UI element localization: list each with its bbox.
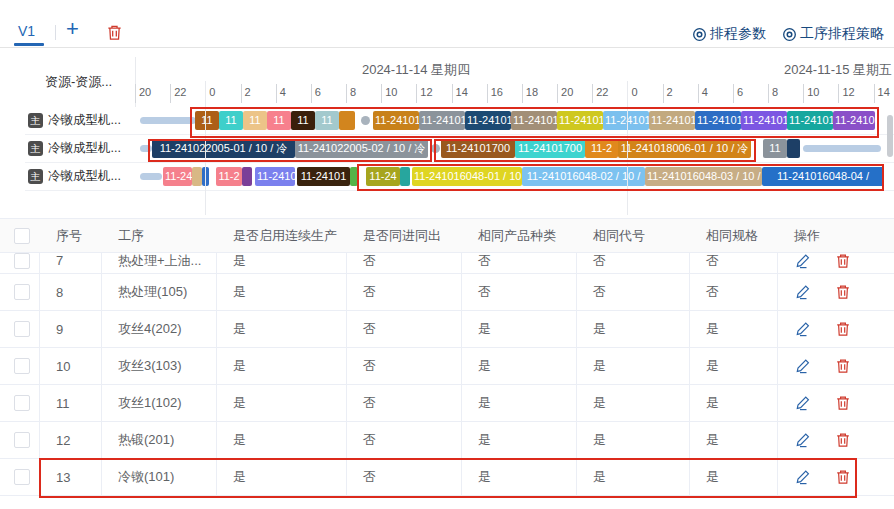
actions-cell bbox=[778, 459, 894, 495]
gantt-task-bar[interactable]: 11 bbox=[291, 111, 315, 130]
timeline-tick-row: 2022024681012141618202202468101214 bbox=[135, 84, 894, 106]
gantt-task-bar[interactable]: 11 bbox=[243, 111, 267, 130]
process-strategy-link[interactable]: 工序排程策略 bbox=[782, 25, 884, 43]
delete-button[interactable] bbox=[835, 469, 851, 485]
checkbox-cell bbox=[0, 311, 40, 347]
gantt-task-bar[interactable]: 11-241022005-02 / 10 / 冷 bbox=[295, 139, 428, 158]
resource-rows: 主冷镦成型机...主冷镦成型机...主冷镦成型机... bbox=[25, 107, 135, 191]
table-row: 12热锻(201)是否是是是 bbox=[0, 422, 894, 459]
gantt-resource-label: 冷镦成型机... bbox=[48, 140, 121, 157]
trash-icon bbox=[835, 321, 851, 337]
select-all-checkbox[interactable] bbox=[14, 228, 30, 244]
timeline-tick: 18 bbox=[522, 84, 538, 103]
value-cell: 是 bbox=[217, 253, 347, 274]
gantt-task-bar[interactable]: 11-24101 bbox=[603, 111, 649, 130]
delete-button[interactable] bbox=[835, 284, 851, 300]
edit-button[interactable] bbox=[795, 395, 811, 411]
row-checkbox[interactable] bbox=[14, 253, 30, 269]
delete-button[interactable] bbox=[835, 432, 851, 448]
gantt-task-bar[interactable]: 11-24101700 bbox=[515, 139, 585, 158]
delete-button[interactable] bbox=[835, 253, 851, 269]
timeline-tick: 8 bbox=[768, 84, 778, 103]
edit-button[interactable] bbox=[795, 358, 811, 374]
gantt-task-bar[interactable] bbox=[787, 139, 800, 158]
timeline-tick: 22 bbox=[592, 84, 608, 103]
toolbar-divider bbox=[55, 25, 56, 40]
row-checkbox[interactable] bbox=[14, 321, 30, 337]
gantt-task-bar[interactable]: 11-24101 bbox=[373, 111, 419, 130]
link-dot bbox=[431, 144, 440, 153]
delete-button[interactable] bbox=[835, 395, 851, 411]
gantt-task-bar[interactable] bbox=[242, 167, 252, 186]
gantt-task-bar[interactable]: 11-241022005-01 / 10 / 冷 bbox=[152, 139, 295, 158]
target-icon bbox=[782, 27, 797, 42]
gantt-task-bar[interactable]: 11-24101 bbox=[787, 111, 833, 130]
gantt-task-bar[interactable]: 11-24101 bbox=[695, 111, 741, 130]
schedule-params-link[interactable]: 排程参数 bbox=[692, 25, 766, 43]
value-cell: 是 bbox=[690, 311, 778, 347]
value-cell: 否 bbox=[347, 422, 462, 458]
edit-button[interactable] bbox=[795, 253, 811, 269]
version-tab[interactable]: V1 bbox=[18, 23, 35, 39]
column-header: 工序 bbox=[102, 219, 217, 252]
row-checkbox[interactable] bbox=[14, 358, 30, 374]
value-cell: 否 bbox=[347, 348, 462, 384]
gantt-task-bar[interactable]: 11-24101 bbox=[465, 111, 511, 130]
checkbox-cell bbox=[0, 422, 40, 458]
gantt-task-bar[interactable]: 11-241018006-01 / 10 / 冷 bbox=[618, 139, 751, 158]
gantt-task-bar[interactable]: 11 bbox=[219, 111, 243, 130]
gantt-tracks: 11111111111111-2410111-2410111-2410111-2… bbox=[135, 107, 894, 191]
row-checkbox[interactable] bbox=[14, 432, 30, 448]
gantt-task-bar[interactable]: 11-241016048-04 / bbox=[762, 167, 884, 186]
value-cell: 是 bbox=[690, 459, 778, 495]
edit-button[interactable] bbox=[795, 284, 811, 300]
actions-cell bbox=[778, 385, 894, 421]
edit-button[interactable] bbox=[795, 432, 811, 448]
gantt-task-bar[interactable]: 11 bbox=[315, 111, 339, 130]
value-cell: 是 bbox=[690, 422, 778, 458]
gantt-task-bar[interactable]: 11-24 bbox=[163, 167, 192, 186]
timeline-tick: 10 bbox=[381, 84, 397, 103]
gantt-vertical-scrollbar[interactable] bbox=[887, 115, 893, 157]
gantt-task-bar[interactable]: 11-24101 bbox=[297, 167, 350, 186]
delete-button[interactable] bbox=[835, 358, 851, 374]
gantt-task-bar[interactable]: 11-2410 bbox=[833, 111, 875, 130]
trash-icon bbox=[835, 253, 851, 269]
add-version-button[interactable]: + bbox=[66, 18, 79, 40]
checkbox-cell bbox=[0, 348, 40, 384]
row-checkbox[interactable] bbox=[14, 469, 30, 485]
row-checkbox[interactable] bbox=[14, 284, 30, 300]
gantt-task-bar[interactable]: 11 bbox=[195, 111, 219, 130]
primary-resource-badge: 主 bbox=[28, 169, 43, 184]
gantt-task-bar[interactable]: 11-24101700 bbox=[441, 139, 515, 158]
gantt-task-bar[interactable]: 11 bbox=[763, 139, 787, 158]
edit-button[interactable] bbox=[795, 321, 811, 337]
table-row: 8热处理(105)是否否否否 bbox=[0, 274, 894, 311]
gantt-task-bar[interactable]: 11-2 bbox=[585, 139, 618, 158]
gantt-task-bar[interactable]: 11 bbox=[267, 111, 291, 130]
gantt-task-bar[interactable]: 11-2 bbox=[216, 167, 242, 186]
row-checkbox[interactable] bbox=[14, 395, 30, 411]
gantt-task-bar[interactable] bbox=[192, 167, 202, 186]
gantt-task-bar[interactable]: 11-241016048-03 / 10 / bbox=[645, 167, 762, 186]
gantt-task-bar[interactable] bbox=[339, 111, 355, 130]
table-row: 7热处理+上油...是否否否否 bbox=[0, 253, 894, 274]
gantt-task-bar[interactable]: 11-24101 bbox=[741, 111, 787, 130]
gantt-task-bar[interactable]: 11-24101 bbox=[649, 111, 695, 130]
gantt-task-bar[interactable]: 11-241016048-01 / 10 / bbox=[412, 167, 522, 186]
process-cell: 热锻(201) bbox=[102, 422, 217, 458]
select-all-cell bbox=[0, 219, 40, 252]
gantt-task-bar[interactable]: 11-24101 bbox=[511, 111, 557, 130]
gantt-task-bar[interactable]: 11-24101 bbox=[419, 111, 465, 130]
gantt-task-bar[interactable]: 11-24101 bbox=[557, 111, 603, 130]
delete-version-button[interactable] bbox=[106, 24, 123, 41]
gantt-task-bar[interactable]: 11-2410 bbox=[255, 167, 295, 186]
capacity-line bbox=[140, 145, 152, 152]
gantt-task-bar[interactable] bbox=[400, 167, 410, 186]
delete-button[interactable] bbox=[835, 321, 851, 337]
value-cell: 否 bbox=[347, 253, 462, 274]
seq-cell: 13 bbox=[40, 459, 102, 495]
edit-button[interactable] bbox=[795, 469, 811, 485]
gantt-task-bar[interactable]: 11-24 bbox=[366, 167, 400, 186]
gantt-task-bar[interactable] bbox=[350, 167, 358, 186]
